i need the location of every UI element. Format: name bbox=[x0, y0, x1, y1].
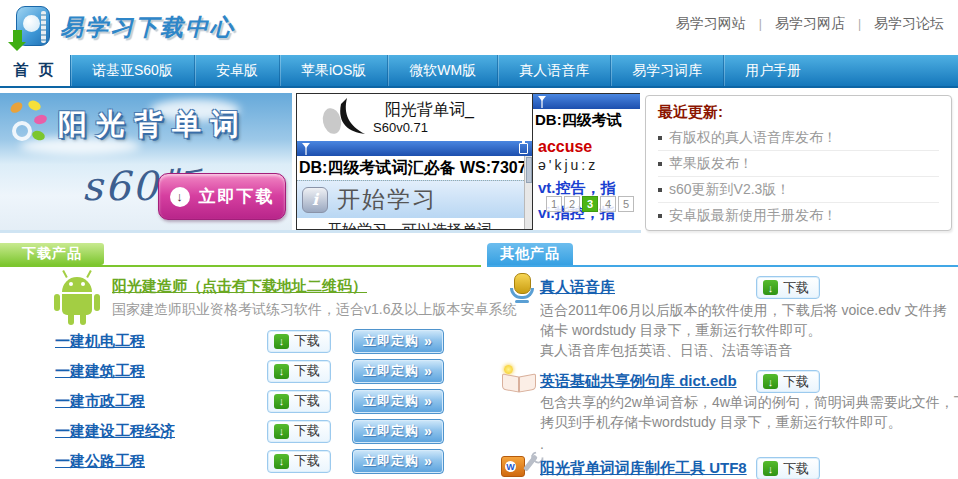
phone-statusbar bbox=[297, 141, 532, 156]
antenna-icon bbox=[537, 95, 547, 108]
download-button[interactable]: ↓下载 bbox=[267, 360, 331, 383]
banner-divider bbox=[0, 230, 641, 233]
site-title: 易学习下载中心 bbox=[60, 12, 235, 43]
page: 易学习下载中心 易学习网站 | 易学习网店 | 易学习论坛 首 页 诺基亚S60… bbox=[0, 0, 958, 479]
scrollbar bbox=[524, 156, 532, 230]
db-status-line: DB:四级考试词汇必备 WS:7307 bbox=[297, 156, 532, 180]
download-arrow-icon: ↓ bbox=[763, 461, 778, 476]
download-arrow-icon bbox=[13, 30, 22, 42]
product-row: 一建市政工程 ↓下载 立即定购» bbox=[55, 386, 447, 416]
dictionary-word: accuse bbox=[538, 138, 640, 156]
phone-statusbar bbox=[533, 94, 640, 109]
header-link-store[interactable]: 易学习网店 bbox=[775, 15, 845, 33]
header-link-forum[interactable]: 易学习论坛 bbox=[874, 15, 944, 33]
example-db-link[interactable]: 英语基础共享例句库 dict.edb bbox=[540, 372, 737, 391]
bullet-icon bbox=[658, 136, 662, 140]
recent-updates-panel: 最近更新: 有版权的真人语音库发布！ 苹果版发布！ s60更新到V2.3版！ 安… bbox=[645, 95, 952, 231]
example-db-description: 包含共享的约2w单词音标，4w单词的例句，简明词典需要此文件，下 bbox=[540, 394, 958, 412]
product-link[interactable]: 一建机电工程 bbox=[55, 332, 267, 351]
product-link[interactable]: 一建建筑工程 bbox=[55, 362, 267, 381]
bullet-icon bbox=[658, 162, 662, 166]
voice-lib-description: 储卡 wordstudy 目录下，重新运行软件即可。 bbox=[540, 322, 958, 340]
download-button[interactable]: ↓下载 bbox=[756, 457, 820, 479]
product-link[interactable]: 一建市政工程 bbox=[55, 392, 267, 411]
chevron-right-icon: » bbox=[424, 363, 433, 379]
header-separator: | bbox=[858, 17, 861, 31]
recent-updates-title: 最近更新: bbox=[658, 103, 939, 125]
db-status-line: DB:四级考试 bbox=[533, 109, 640, 131]
phonetic-text: ə'kju:z bbox=[538, 157, 640, 173]
voice-lib-link[interactable]: 真人语音库 bbox=[540, 278, 615, 297]
product-link[interactable]: 一建公路工程 bbox=[55, 452, 267, 471]
chevron-right-icon: » bbox=[424, 333, 433, 349]
backpack-logo-icon bbox=[8, 4, 52, 50]
nav-item-home[interactable]: 首 页 bbox=[0, 55, 70, 86]
pagination-item[interactable]: 4 bbox=[600, 196, 616, 212]
order-button[interactable]: 立即定购» bbox=[352, 419, 444, 444]
update-item[interactable]: s60更新到V2.3版！ bbox=[658, 177, 939, 203]
info-icon: i bbox=[302, 187, 328, 213]
menu-row-start-learning: i 开始学习 bbox=[297, 180, 532, 218]
update-item[interactable]: 苹果版发布！ bbox=[658, 151, 939, 177]
builder-product-description: 国家建造师职业资格考试练习软件，适合v1.6及以上版本安卓系统 bbox=[112, 301, 516, 319]
nav-item-android[interactable]: 安卓版 bbox=[194, 55, 279, 86]
product-row: 一建建设工程经济 ↓下载 立即定购» bbox=[55, 416, 447, 446]
update-item[interactable]: 有版权的真人语音库发布！ bbox=[658, 125, 939, 151]
header-separator: | bbox=[759, 17, 762, 31]
builder-product-link[interactable]: 阳光建造师（点击有下载地址二维码） bbox=[112, 277, 367, 296]
banner-download-button[interactable]: ↓ 立即下载 bbox=[158, 173, 286, 220]
chevron-right-icon: » bbox=[424, 393, 433, 409]
download-arrow-icon: ↓ bbox=[274, 424, 289, 439]
battery-icon bbox=[519, 143, 528, 154]
pagination-item[interactable]: 1 bbox=[546, 196, 562, 212]
nav-item-nokia-s60[interactable]: 诺基亚S60版 bbox=[70, 55, 194, 86]
bullet-icon bbox=[658, 188, 662, 192]
nav-item-voice-lib[interactable]: 真人语音库 bbox=[497, 55, 610, 86]
download-arrow-icon: ↓ bbox=[274, 454, 289, 469]
download-button[interactable]: ↓下载 bbox=[756, 370, 820, 393]
download-button[interactable]: ↓下载 bbox=[267, 330, 331, 353]
nav-item-dict-lib[interactable]: 易学习词库 bbox=[610, 55, 723, 86]
update-item[interactable]: 安卓版最新使用手册发布！ bbox=[658, 203, 939, 229]
download-button[interactable]: ↓下载 bbox=[267, 390, 331, 413]
pagination-item-active[interactable]: 3 bbox=[582, 196, 598, 212]
header-links: 易学习网站 | 易学习网店 | 易学习论坛 bbox=[676, 15, 944, 33]
nav-item-wm[interactable]: 微软WM版 bbox=[387, 55, 497, 86]
site-logo[interactable]: 易学习下载中心 bbox=[8, 4, 235, 50]
example-db-description: 拷贝到手机存储卡wordstudy 目录下，重新运行软件即可。 bbox=[540, 414, 958, 432]
download-arrow-icon: ↓ bbox=[274, 394, 289, 409]
tab-other-products[interactable]: 其他产品 bbox=[487, 243, 573, 265]
app-version: S60v0.71 bbox=[373, 120, 428, 135]
voice-lib-description: 适合2011年06月以后版本的软件使用，下载后将 voice.edv 文件拷 bbox=[540, 302, 958, 320]
download-arrow-icon: ↓ bbox=[274, 334, 289, 349]
product-row: 一建建筑工程 ↓下载 立即定购» bbox=[55, 356, 447, 386]
pagination-item[interactable]: 2 bbox=[564, 196, 580, 212]
dict-tool-link[interactable]: 阳光背单词词库制作工具 UTF8 bbox=[540, 459, 747, 478]
banner-title: 阳光背单词 bbox=[58, 105, 288, 145]
banner-promo: 阳光背单词 s60版 ↓ 立即下载 bbox=[0, 93, 292, 230]
order-button[interactable]: 立即定购» bbox=[352, 389, 444, 414]
builder-product-list: 一建机电工程 ↓下载 立即定购» 一建建筑工程 ↓下载 立即定购» 一建市政工程… bbox=[55, 326, 447, 476]
download-arrow-icon: ↓ bbox=[274, 364, 289, 379]
download-button[interactable]: ↓下载 bbox=[267, 420, 331, 443]
app-screenshot-1: 阳光背单词_ S60v0.71 DB:四级考试词汇必备 WS:7307 i 开始… bbox=[296, 93, 533, 230]
order-button[interactable]: 立即定购» bbox=[352, 359, 444, 384]
main-nav: 首 页 诺基亚S60版 安卓版 苹果iOS版 微软WM版 真人语音库 易学习词库… bbox=[0, 55, 958, 88]
nav-item-manual[interactable]: 用户手册 bbox=[723, 55, 822, 86]
order-button[interactable]: 立即定购» bbox=[352, 329, 444, 354]
nav-item-ios[interactable]: 苹果iOS版 bbox=[279, 55, 387, 86]
order-button[interactable]: 立即定购» bbox=[352, 449, 444, 474]
download-button[interactable]: ↓下载 bbox=[267, 450, 331, 473]
product-link[interactable]: 一建建设工程经济 bbox=[55, 422, 267, 441]
download-arrow-icon: ↓ bbox=[763, 280, 778, 295]
android-icon bbox=[48, 271, 106, 327]
green-divider bbox=[0, 265, 481, 267]
pagination-item[interactable]: 5 bbox=[618, 196, 634, 212]
header-link-website[interactable]: 易学习网站 bbox=[676, 15, 746, 33]
example-db-description: . bbox=[540, 436, 958, 452]
tab-download-products[interactable]: 下载产品 bbox=[0, 243, 104, 265]
chevron-right-icon: » bbox=[424, 453, 433, 469]
download-button[interactable]: ↓下载 bbox=[756, 276, 820, 299]
download-arrow-icon: ↓ bbox=[763, 374, 778, 389]
antenna-icon bbox=[301, 142, 311, 155]
